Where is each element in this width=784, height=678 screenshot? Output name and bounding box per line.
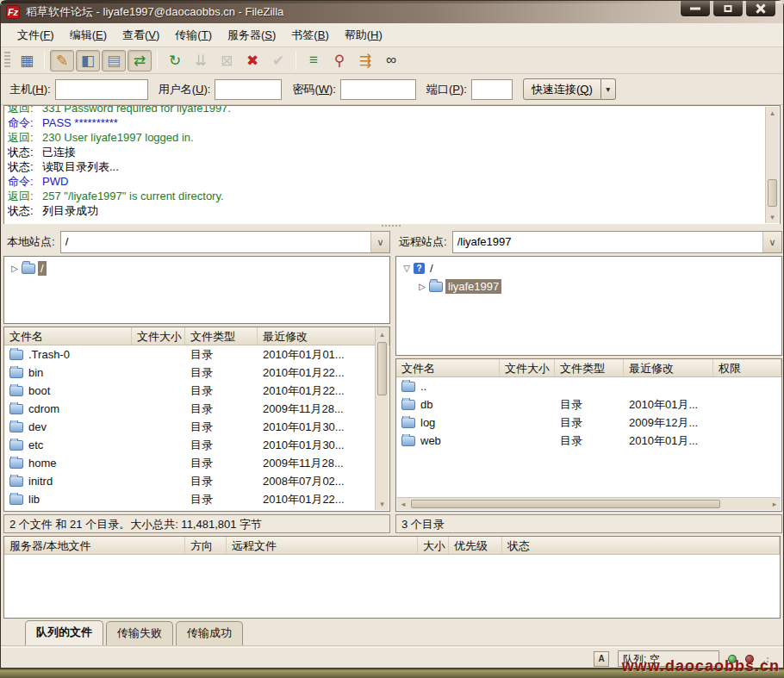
toggle-queue-button[interactable]: ⇄	[128, 50, 152, 72]
..[interactable]: ..	[396, 377, 781, 395]
local-tree-root-label[interactable]: /	[38, 261, 47, 276]
disconnect-button[interactable]: ✖	[240, 50, 264, 72]
local-path-input[interactable]	[61, 235, 370, 248]
quickconnect-button[interactable]: 快速连接(Q)	[523, 78, 601, 100]
column-header[interactable]: 文件大小	[500, 359, 555, 376]
menu-transfer[interactable]: 传输(T)	[167, 24, 220, 47]
column-header[interactable]: 状态	[502, 537, 780, 554]
quickconnect-input[interactable]	[340, 79, 416, 100]
filter-button[interactable]: ≡	[302, 50, 326, 72]
bin[interactable]: bin 目录 2010年01月22...	[4, 364, 376, 382]
quickconnect-input[interactable]	[215, 79, 282, 100]
combo-arrow-icon[interactable]: ∨	[762, 232, 781, 252]
sync-browsing-button[interactable]: ⇶	[353, 50, 377, 72]
window-controls	[678, 1, 776, 17]
remote-tree-child-label[interactable]: liyafe1997	[445, 279, 501, 294]
column-header[interactable]: 文件名	[4, 327, 132, 345]
reconnect-button[interactable]: ✔	[266, 50, 290, 72]
column-header[interactable]: 服务器/本地文件	[4, 537, 185, 554]
remote-site-combo[interactable]: ∨	[452, 231, 782, 253]
toggle-remote-tree-button[interactable]: ▤	[102, 50, 126, 72]
scrollbar-thumb[interactable]	[768, 179, 777, 207]
remote-path-input[interactable]	[453, 235, 762, 248]
column-header[interactable]: 最近修改	[624, 359, 713, 376]
db[interactable]: db 目录 2010年01月...	[396, 395, 781, 414]
scroll-down-icon[interactable]: ▾	[766, 211, 779, 223]
minimize-button[interactable]	[680, 1, 711, 17]
close-button[interactable]	[745, 1, 776, 17]
scroll-up-icon[interactable]: ▴	[376, 328, 389, 340]
column-header[interactable]: 最近修改	[258, 327, 389, 345]
tab-failed-transfers[interactable]: 传输失败	[106, 621, 173, 645]
compare-directories-button[interactable]: ⚲	[327, 50, 352, 72]
local-list-vertical-scrollbar[interactable]: ▴ ▾	[375, 328, 389, 510]
tab-successful-transfers[interactable]: 传输成功	[176, 621, 243, 645]
quickconnect-input[interactable]	[55, 79, 148, 100]
title-bar[interactable]: Fz 稻草软件论坛 - liyafe1997@daocaobbs.cn - Fi…	[1, 1, 783, 23]
menu-server[interactable]: 服务器(S)	[220, 24, 283, 47]
remote-file-list[interactable]: 文件名文件大小文件类型最近修改权限 .. db 目录	[395, 358, 782, 512]
column-header[interactable]: 大小	[418, 537, 449, 554]
column-header[interactable]: 文件大小	[132, 327, 185, 345]
remote-tree-root[interactable]: ▽ ? /	[400, 259, 781, 277]
cdrom[interactable]: cdrom 目录 2009年11月28...	[4, 400, 376, 418]
home[interactable]: home 目录 2009年11月28...	[4, 454, 376, 472]
scroll-right-icon[interactable]: ▸	[768, 498, 781, 510]
toggle-local-tree-button[interactable]: ◧	[76, 50, 100, 72]
quickconnect-dropdown-icon[interactable]: ▾	[601, 78, 616, 100]
etc[interactable]: etc 目录 2010年01月30...	[4, 436, 376, 454]
local-directory-tree[interactable]: ▷ /	[3, 256, 390, 324]
log-vertical-scrollbar[interactable]: ▴ ▾	[765, 107, 779, 223]
.Trash-0[interactable]: .Trash-0 目录 2010年01月01...	[4, 345, 376, 364]
log[interactable]: log 目录 2009年12月...	[396, 414, 781, 432]
remote-list-horizontal-scrollbar[interactable]: ◂ ▸	[397, 497, 781, 510]
refresh-button[interactable]: ↻	[163, 50, 187, 72]
scroll-up-icon[interactable]: ▴	[766, 107, 779, 119]
lib[interactable]: lib 目录 2010年01月22...	[4, 490, 376, 508]
column-header[interactable]: 优先级	[449, 537, 502, 554]
remote-tree-child[interactable]: ▷ liyafe1997	[400, 277, 781, 295]
initrd[interactable]: initrd 目录 2008年07月02...	[4, 472, 376, 490]
remote-tree-root-label[interactable]: /	[427, 261, 436, 276]
menu-file[interactable]: 文件(F)	[9, 24, 62, 47]
queue-tabs: 队列的文件 传输失败 传输成功	[1, 620, 783, 646]
column-header[interactable]: 文件类型	[555, 359, 624, 376]
toolbar-grip[interactable]	[4, 52, 10, 69]
tab-queued-files[interactable]: 队列的文件	[25, 620, 103, 645]
process-queue-button[interactable]: ⇊	[189, 50, 213, 72]
column-header[interactable]: 权限	[713, 359, 781, 376]
local-pane: 本地站点: ∨ ▷ / 文件名文件大小文件类型最近修改 .Trash-0	[3, 227, 390, 533]
message-log[interactable]: 返回: 331 Password required for liyafe1997…	[3, 105, 781, 225]
cancel-operation-button[interactable]: ⊠	[215, 50, 239, 72]
menu-edit[interactable]: 编辑(E)	[62, 24, 115, 47]
scroll-down-icon[interactable]: ▾	[376, 498, 389, 510]
expander-icon[interactable]: ▽	[400, 264, 414, 273]
quickconnect-input[interactable]	[471, 79, 513, 100]
column-header[interactable]: 文件名	[396, 359, 500, 376]
scroll-left-icon[interactable]: ◂	[397, 498, 409, 510]
local-tree-root[interactable]: ▷ /	[8, 259, 389, 277]
remote-directory-tree[interactable]: ▽ ? / ▷ liyafe1997	[395, 256, 782, 356]
dev[interactable]: dev 目录 2010年01月30...	[4, 418, 376, 436]
maximize-button[interactable]	[712, 1, 744, 17]
column-header[interactable]: 远程文件	[227, 537, 418, 554]
toggle-log-view-button[interactable]: ✎	[50, 50, 74, 72]
expander-icon[interactable]: ▷	[415, 282, 429, 291]
transfer-queue[interactable]: 服务器/本地文件方向远程文件大小优先级状态	[3, 536, 781, 619]
column-header[interactable]: 文件类型	[185, 327, 258, 345]
menu-bookmarks[interactable]: 书签(B)	[283, 24, 336, 47]
scrollbar-thumb[interactable]	[411, 500, 720, 508]
expander-icon[interactable]: ▷	[8, 264, 22, 273]
web[interactable]: web 目录 2010年01月...	[396, 432, 781, 450]
boot[interactable]: boot 目录 2010年01月22...	[4, 382, 376, 400]
scrollbar-thumb[interactable]	[377, 342, 387, 395]
menu-view[interactable]: 查看(V)	[115, 24, 167, 47]
find-files-button[interactable]: ∞	[379, 50, 403, 72]
local-site-combo[interactable]: ∨	[60, 231, 390, 253]
combo-arrow-icon[interactable]: ∨	[370, 232, 389, 252]
column-header[interactable]: 方向	[185, 537, 227, 554]
local-file-list[interactable]: 文件名文件大小文件类型最近修改 .Trash-0 目录 2010年01月01..…	[3, 327, 390, 512]
menu-help[interactable]: 帮助(H)	[337, 24, 390, 47]
site-manager-button[interactable]: ▦	[15, 50, 39, 72]
encoding-button[interactable]: A	[594, 651, 609, 667]
